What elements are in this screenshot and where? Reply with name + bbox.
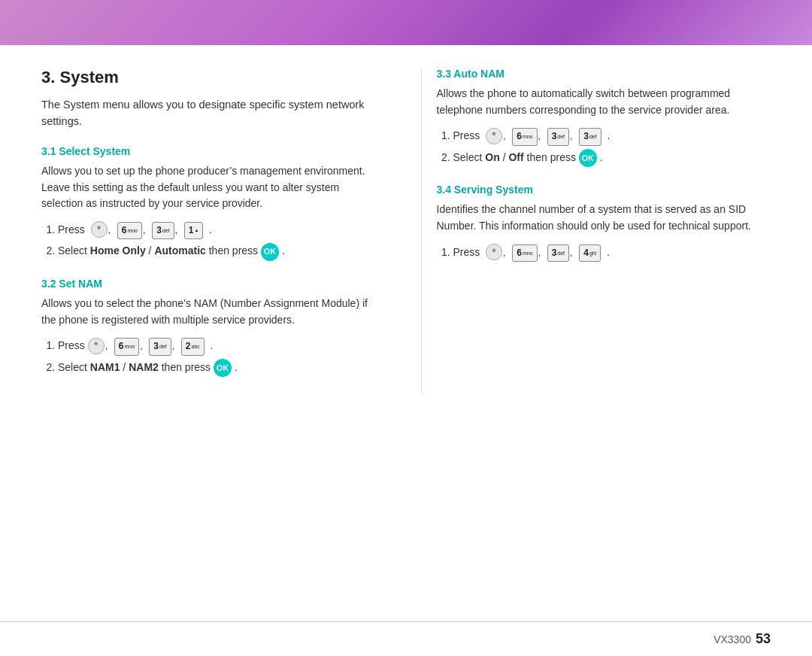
subsection-3-1-desc: Allows you to set up the phone producer’… [41, 163, 376, 212]
ok-button-3: OK [579, 149, 597, 167]
subsection-3-1-title: 3.1 Select System [41, 145, 376, 157]
main-content: 3. System The System menu allows you to … [0, 45, 812, 408]
subsection-3-1: 3.1 Select System Allows you to set up t… [41, 145, 376, 261]
subsection-3-3: 3.3 Auto NAM Allows the phone to automat… [437, 68, 771, 167]
footer: VX3300 53 [0, 621, 812, 656]
section-description: The System menu allows you to designate … [41, 96, 376, 130]
subsection-3-4-title: 3.4 Serving System [437, 184, 771, 196]
key-3def-5: 3def [547, 244, 569, 262]
subsection-3-4-steps: Press *, 6mno, 3def, 4ghi . [437, 244, 771, 262]
key-4ghi: 4ghi [579, 244, 601, 262]
ok-button-2: OK [214, 359, 232, 377]
star-key-3: * [486, 128, 502, 144]
step-3-3-2: Select On / Off then press OK . [453, 149, 771, 168]
star-key-4: * [486, 244, 502, 260]
star-key-2: * [88, 338, 105, 354]
key-6mno: 6mno [117, 222, 142, 239]
key-1: 1▲ [184, 222, 204, 239]
step-3-1-1: Press *, 6mno, 3def, 1▲ . [58, 221, 376, 239]
step-3-4-1: Press *, 6mno, 3def, 4ghi . [453, 244, 771, 262]
step-3-2-1: Press *, 6mno, 3def, 2abc . [58, 337, 376, 355]
footer-model: VX3300 [714, 633, 751, 645]
subsection-3-3-title: 3.3 Auto NAM [437, 68, 771, 80]
subsection-3-2-steps: Press *, 6mno, 3def, 2abc . Select NAM1 … [41, 337, 376, 377]
step-3-2-2: Select NAM1 / NAM2 then press OK . [58, 359, 376, 378]
subsection-3-2-desc: Allows you to select the phone’s NAM (Nu… [41, 296, 376, 328]
top-bar [0, 0, 812, 45]
subsection-3-2: 3.2 Set NAM Allows you to select the pho… [41, 278, 376, 377]
section-title: 3. System [41, 68, 376, 87]
key-3def-3: 3def [547, 128, 569, 145]
key-6mno-4: 6mno [512, 244, 537, 262]
subsection-3-2-title: 3.2 Set NAM [41, 278, 376, 290]
footer-page: 53 [756, 631, 771, 647]
right-column: 3.3 Auto NAM Allows the phone to automat… [421, 68, 771, 393]
key-6mno-3: 6mno [512, 128, 537, 145]
subsection-3-3-steps: Press *, 6mno, 3def, 3def . Select On / … [437, 127, 771, 167]
key-3def-1: 3def [152, 222, 174, 239]
ok-button-1: OK [261, 243, 279, 261]
step-3-3-1: Press *, 6mno, 3def, 3def . [453, 127, 771, 145]
subsection-3-3-desc: Allows the phone to automatically switch… [437, 86, 771, 118]
subsection-3-4-desc: Identifies the channel number of a syste… [437, 202, 771, 234]
key-3def-4: 3def [579, 128, 601, 145]
left-column: 3. System The System menu allows you to … [41, 68, 391, 393]
subsection-3-1-steps: Press *, 6mno, 3def, 1▲ . Select Home On… [41, 221, 376, 261]
key-6mno-2: 6mno [114, 338, 139, 355]
key-2abc: 2abc [181, 338, 205, 355]
subsection-3-4: 3.4 Serving System Identifies the channe… [437, 184, 771, 262]
step-3-1-2: Select Home Only / Automatic then press … [58, 242, 376, 261]
star-key: * [91, 221, 108, 238]
key-3def-2: 3def [149, 338, 171, 355]
